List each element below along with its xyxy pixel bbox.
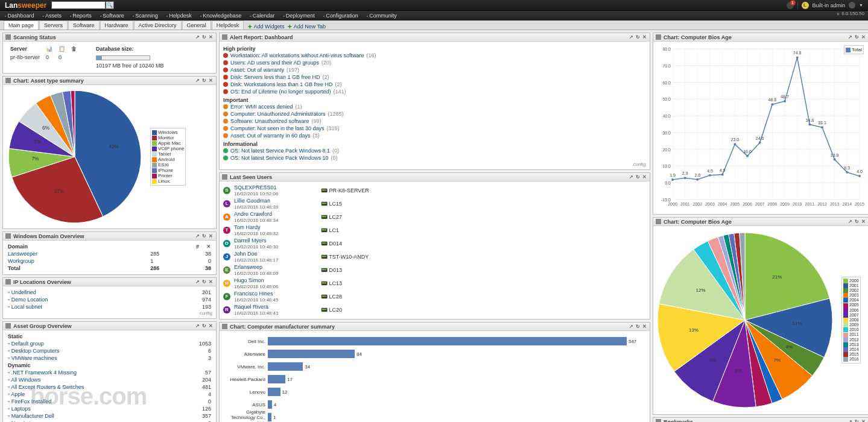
svg-point-57 (671, 178, 674, 181)
menu-community[interactable]: Community (367, 13, 397, 19)
tablink[interactable]: Add Widgets (248, 24, 284, 30)
alert-link[interactable]: Asset: Out of warranty in 60 days (230, 133, 311, 139)
gear-icon[interactable] (849, 2, 855, 8)
svg-text:12%: 12% (696, 288, 706, 293)
menu-deployment[interactable]: Deployment (283, 13, 314, 19)
close-icon[interactable]: ✕ (208, 34, 214, 40)
refresh-icon[interactable]: ↻ (201, 34, 207, 40)
widget-mfr: Chart: Computer manufacturer summary↗↻✕ … (219, 322, 650, 422)
svg-text:74.8: 74.8 (793, 51, 802, 55)
lastseen-row[interactable]: AAndre Crawford16/02/2018 10:48:34📟 LC27 (223, 210, 646, 224)
menu-scanning[interactable]: Scanning (133, 13, 158, 19)
svg-point-65 (721, 174, 724, 176)
menu-dashboard[interactable]: Dashboard (5, 13, 34, 19)
tab-main-page[interactable]: Main page (4, 20, 39, 30)
menu-software[interactable]: Software (100, 13, 124, 19)
status-dot (223, 60, 228, 65)
bar-row: Dell Inc.347 (226, 335, 644, 347)
svg-point-67 (733, 143, 736, 145)
chart-icon (5, 34, 11, 40)
alert-link[interactable]: Disk: Servers less than 1 GB free HD (230, 74, 320, 80)
config-link[interactable]: config (7, 310, 212, 316)
alert-link[interactable]: Workstation: All workstations without An… (230, 52, 364, 58)
tab-active-directory[interactable]: Active Directory (134, 20, 182, 30)
svg-point-79 (808, 124, 811, 126)
svg-point-85 (846, 171, 848, 174)
search-button[interactable]: 🔍 (106, 1, 114, 9)
tab-bar: Main pageServersSoftwareHardwareActive D… (0, 20, 868, 30)
lastseen-row[interactable]: JJohn Doe16/02/2018 10:48:17📟 TST-W10-AN… (223, 250, 646, 263)
tab-software[interactable]: Software (68, 20, 100, 30)
lastseen-row[interactable]: DDarrell Myers16/02/2018 10:48:30📟 D014 (223, 237, 646, 250)
menu-calendar[interactable]: Calendar (250, 13, 274, 19)
svg-text:20.0: 20.0 (662, 148, 671, 152)
lastseen-row[interactable]: LLillie Goodman16/02/2018 10:48:39📟 LC15 (223, 197, 646, 210)
widget-scanning-status: Scanning Status↗↻✕ Server📊📋🗑Database siz… (2, 33, 217, 74)
menu-helpdesk[interactable]: Helpdesk (166, 13, 192, 19)
tab-helpdesk[interactable]: Helpdesk (212, 20, 244, 30)
lastseen-row[interactable]: TTom Hardy16/02/2018 10:48:32📟 LC1 (223, 224, 646, 237)
menu-reports[interactable]: Reports (70, 13, 92, 19)
svg-text:6%: 6% (42, 125, 50, 131)
svg-text:2.9: 2.9 (682, 171, 688, 175)
avatar[interactable]: L (802, 2, 809, 9)
alert-link[interactable]: Computer: Unauthorized Administrators (230, 111, 326, 117)
alert-link[interactable]: Computer: Not seen in the last 30 days (230, 125, 325, 131)
alert-link[interactable]: Asset: Out of warranty (230, 67, 284, 73)
status-dot (223, 148, 228, 153)
widget-asset-pie: Chart: Asset type summary↗↻✕ 43%27%7%7%6… (2, 76, 217, 229)
svg-text:24.0: 24.0 (756, 136, 764, 140)
menu-configuration[interactable]: Configuration (323, 13, 358, 19)
svg-point-87 (858, 175, 861, 177)
svg-text:4.0: 4.0 (857, 169, 863, 174)
alert-icon[interactable] (787, 2, 794, 9)
bar-row: Hewlett-Packard17 (226, 373, 644, 385)
svg-text:16.0: 16.0 (743, 150, 752, 154)
status-dot (223, 53, 228, 58)
alert-link[interactable]: OS: End of Lifetime (no longer supported… (230, 89, 331, 95)
svg-text:13%: 13% (689, 327, 699, 333)
lastseen-row[interactable]: SSQLEXPRESS0116/02/2018 10:52:06📟 PR-K8-… (223, 184, 646, 197)
svg-point-81 (821, 126, 823, 128)
tab-servers[interactable]: Servers (39, 20, 68, 30)
widget-lastseen: Last Seen Users↗↻✕ SSQLEXPRESS0116/02/20… (219, 172, 650, 320)
svg-text:11%: 11% (793, 321, 802, 326)
svg-text:2005: 2005 (730, 202, 740, 206)
lastseen-row[interactable]: FFrancisco Hines16/02/2018 10:48:45📟 LC2… (223, 290, 646, 303)
alert-link[interactable]: OS: Not latest Service Pack Windows 8.1 (230, 148, 330, 154)
tab-hardware[interactable]: Hardware (100, 20, 133, 30)
status-dot (223, 68, 228, 72)
svg-text:2001: 2001 (680, 202, 690, 206)
lastseen-row[interactable]: RRaquel Rivera16/02/2018 10:48:43📟 LC20 (223, 303, 646, 316)
alert-link[interactable]: Software: Unauthorized software (230, 118, 309, 124)
lastseen-row[interactable]: HHugo Simon16/02/2018 10:48:06📟 LC13 (223, 277, 646, 290)
svg-text:80.0: 80.0 (662, 47, 671, 51)
svg-text:2003: 2003 (705, 202, 715, 206)
lastseen-row[interactable]: EErlansweep16/02/2018 10:48:09📟 D013 (223, 263, 646, 277)
tablink[interactable]: Add New Tab (288, 24, 326, 30)
svg-text:8%: 8% (735, 368, 742, 373)
svg-text:46.8: 46.8 (768, 98, 777, 102)
status-dot (223, 133, 228, 138)
menu-knowledgebase[interactable]: Knowledgebase (200, 13, 242, 19)
db-bar (96, 55, 150, 60)
alert-link[interactable]: Users: AD users and their AD groups (230, 60, 319, 66)
svg-point-71 (759, 142, 761, 144)
svg-text:33.1: 33.1 (818, 121, 826, 125)
svg-text:34.8: 34.8 (806, 118, 814, 122)
tab-general[interactable]: General (182, 20, 211, 30)
alert-link[interactable]: Error: WMI access denied (230, 104, 293, 110)
status-dot (223, 156, 228, 160)
svg-text:2007: 2007 (755, 202, 765, 206)
search-input[interactable] (51, 1, 106, 9)
svg-text:10.0: 10.0 (662, 164, 671, 168)
bar-row: Gigabyte Technology Co., Ltd.1 (226, 411, 644, 422)
menu-assets[interactable]: Assets (42, 13, 61, 19)
alert-link[interactable]: Disk: Workstations less than 1 GB free H… (230, 81, 332, 87)
status-dot (223, 112, 228, 116)
alert-link[interactable]: OS: Not latest Service Pack Windows 10 (230, 155, 329, 161)
popout-icon[interactable]: ↗ (195, 34, 200, 40)
server-name: pr-8b-server (8, 54, 42, 61)
svg-text:2002: 2002 (693, 202, 703, 206)
dropdown-icon[interactable]: ▼ (859, 3, 863, 7)
